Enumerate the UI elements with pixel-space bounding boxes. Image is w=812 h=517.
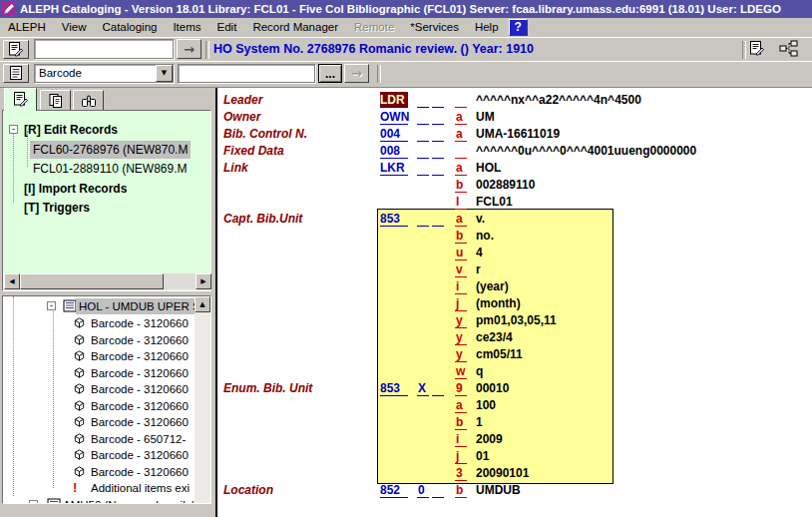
overview-tree-item[interactable]: Barcode - 3120660 [3, 315, 210, 331]
subfield-value[interactable]: UMA-16611019 [476, 126, 560, 142]
field-tag[interactable]: 852 [380, 482, 408, 498]
subfield-value[interactable]: 100 [476, 397, 496, 413]
subfield-value[interactable]: r [476, 261, 481, 277]
indicator-1[interactable] [417, 109, 429, 125]
records-tree-item[interactable]: [I] Import Records [3, 180, 210, 198]
subfield-value[interactable]: no. [476, 228, 494, 244]
subfield-code[interactable]: b [455, 414, 467, 430]
overview-tree-item[interactable]: Barcode - 3120660 [3, 365, 210, 381]
subfield-value[interactable]: 002889110 [476, 177, 535, 193]
field-tag[interactable]: 008 [380, 143, 408, 159]
overview-vscrollbar[interactable]: ▲ [195, 296, 210, 503]
subfield-value[interactable]: UMDUB [476, 482, 521, 498]
subfield-code[interactable]: j [455, 448, 467, 464]
menu-item-recordmanager[interactable]: Record Manager [244, 18, 346, 37]
subfield-value[interactable]: 4 [476, 245, 483, 260]
indicator-1[interactable] [417, 92, 429, 108]
subfield-code[interactable]: u [455, 245, 467, 260]
field-tag[interactable]: 853 [380, 211, 408, 227]
records-tree-item[interactable]: [T] Triggers [3, 199, 210, 217]
subfield-value[interactable]: 1 [476, 414, 483, 430]
records-hscrollbar[interactable]: ◀ ▶ [4, 273, 211, 289]
subfield-value[interactable]: 00010 [476, 380, 509, 396]
subfield-code[interactable]: a [455, 126, 467, 142]
subfield-code[interactable] [455, 143, 467, 159]
subfield-code[interactable]: b [455, 228, 467, 244]
record-bar-button[interactable] [3, 40, 29, 59]
menu-item-view[interactable]: View [54, 18, 95, 37]
menu-item-items[interactable]: Items [165, 18, 208, 37]
subfield-code[interactable]: j [455, 295, 467, 311]
subfield-value[interactable]: FCL01 [476, 194, 513, 210]
overview-tree-item[interactable]: Barcode - 3120660 [3, 464, 210, 480]
record-tree-icon[interactable] [779, 40, 799, 61]
overview-tree-item[interactable]: Barcode - 3120660 [3, 332, 210, 348]
subfield-value[interactable]: (year) [476, 278, 509, 294]
scroll-right-icon[interactable]: ▶ [196, 273, 211, 289]
subfield-code[interactable] [455, 92, 467, 108]
subfield-code[interactable]: 3 [455, 465, 467, 481]
indicator-2[interactable] [432, 211, 444, 227]
overview-tree-item[interactable]: Barcode - 3120660 [3, 447, 210, 463]
subfield-code[interactable]: a [455, 211, 467, 227]
subfield-code[interactable]: y [455, 312, 467, 328]
record-go-button[interactable]: → [177, 39, 202, 59]
menu-item-aleph[interactable]: ALEPH [0, 18, 54, 37]
field-tag[interactable]: LKR [380, 160, 408, 176]
expander-collapse-icon[interactable]: - [29, 500, 38, 505]
overview-tree-item[interactable]: Barcode - 650712- [3, 431, 210, 447]
menu-item-services[interactable]: *Services [402, 18, 467, 37]
subfield-value[interactable]: ce23/4 [476, 329, 513, 345]
scroll-up-icon[interactable]: ▲ [195, 296, 210, 312]
indicator-1[interactable] [417, 211, 429, 227]
item-bar-button[interactable] [3, 64, 29, 83]
subfield-code[interactable]: y [455, 346, 467, 362]
records-tree-item[interactable]: FCL60-2768976 (NEW870.M [3, 141, 210, 159]
indicator-1[interactable] [417, 126, 429, 142]
subfield-value[interactable]: 01 [476, 448, 489, 464]
subfield-value[interactable]: UM [476, 109, 495, 125]
field-tag[interactable]: OWN [380, 109, 408, 125]
subfield-value[interactable]: (month) [476, 295, 521, 311]
item-search-type-select[interactable]: Barcode ▼ [34, 64, 174, 83]
overview-tree-item[interactable]: Barcode - 3120660 [3, 414, 210, 430]
subfield-value[interactable]: 20090101 [476, 465, 529, 481]
subfield-value[interactable]: HOL [476, 160, 501, 176]
subfield-value[interactable]: q [476, 363, 483, 379]
overview-tree-item[interactable]: Barcode - 3120660 [3, 348, 210, 364]
tab-search-record[interactable] [73, 90, 104, 110]
records-tree-item[interactable]: -[R] Edit Records [3, 121, 210, 139]
combo-arrow-icon[interactable]: ▼ [156, 65, 173, 82]
subfield-code[interactable]: l [455, 194, 467, 210]
tab-duplicate-record[interactable] [40, 90, 71, 110]
subfield-value[interactable]: cm05/11 [476, 346, 523, 362]
context-help-icon[interactable]: ? [509, 19, 528, 36]
overview-tree-item[interactable]: -HOL - UMDUB UPER ST [3, 298, 210, 314]
indicator-2[interactable] [432, 380, 444, 396]
subfield-value[interactable]: ^^^^^nx^^a22^^^^^4n^4500 [476, 92, 641, 108]
subfield-code[interactable]: 9 [455, 380, 467, 396]
menu-item-help[interactable]: Help [467, 18, 507, 37]
subfield-value[interactable]: ^^^^^^0u^^^^0^^^4001uueng0000000 [476, 143, 696, 159]
subfield-value[interactable]: 2009 [476, 431, 503, 447]
field-tag[interactable]: 853 [380, 380, 408, 396]
indicator-2[interactable] [432, 109, 444, 125]
system-number-input[interactable] [34, 39, 174, 59]
browse-button[interactable]: ... [318, 64, 342, 83]
indicator-1[interactable] [417, 160, 429, 176]
overview-tree-item[interactable]: Barcode - 3120660 [3, 381, 210, 397]
tab-edit-records[interactable] [4, 88, 37, 111]
subfield-code[interactable]: a [455, 160, 467, 176]
indicator-2[interactable] [432, 160, 444, 176]
item-go-button[interactable]: → [344, 64, 369, 83]
indicator-1[interactable] [417, 143, 429, 159]
overview-tree-item[interactable]: -AMH50 (No record availabl [3, 497, 210, 505]
menu-item-edit[interactable]: Edit [209, 18, 245, 37]
subfield-code[interactable]: b [455, 177, 467, 193]
subfield-code[interactable]: v [455, 261, 467, 277]
expander-collapse-icon[interactable]: - [9, 125, 18, 134]
expander-collapse-icon[interactable]: - [47, 301, 56, 310]
open-record-editor-icon[interactable] [749, 40, 765, 60]
field-tag[interactable]: 004 [380, 126, 408, 142]
indicator-1[interactable]: 0 [417, 482, 429, 498]
